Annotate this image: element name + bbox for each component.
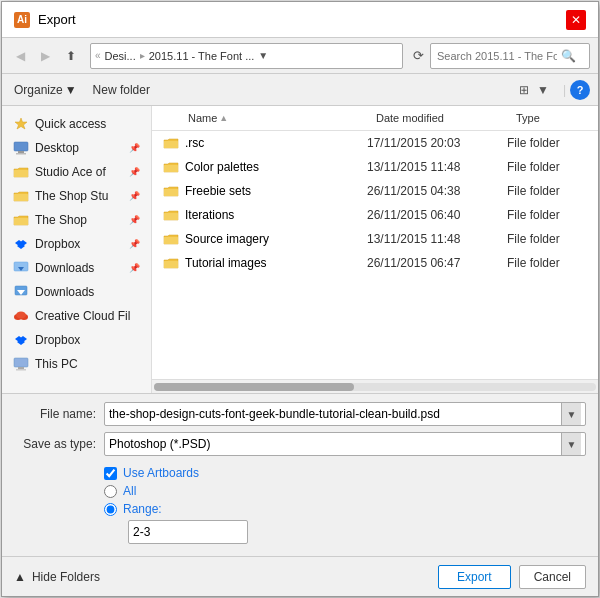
- horizontal-scrollbar[interactable]: [152, 379, 598, 393]
- file-row-tutorial-images[interactable]: Tutorial images 26/11/2015 06:47 File fo…: [152, 251, 598, 275]
- file-type-freebie-sets: File folder: [507, 184, 597, 198]
- file-name-tutorial-images: Tutorial images: [181, 256, 367, 270]
- svg-rect-6: [14, 218, 28, 225]
- sidebar: Quick access Desktop 📌: [2, 106, 152, 393]
- h-scroll-thumb[interactable]: [154, 383, 354, 391]
- sidebar-item-downloads[interactable]: Downloads: [2, 280, 151, 304]
- svg-rect-22: [16, 369, 26, 371]
- col-header-date[interactable]: Date modified: [368, 110, 508, 126]
- export-dialog: Ai Export ✕ ◀ ▶ ⬆ « Desi... ▸ 2015.11 - …: [1, 1, 599, 597]
- pin-icon-shop: 📌: [129, 215, 140, 225]
- svg-rect-25: [164, 189, 178, 196]
- organize-button[interactable]: Organize ▼: [10, 81, 81, 99]
- footer-buttons: Export Cancel: [438, 565, 586, 589]
- file-date-source-imagery: 13/11/2015 11:48: [367, 232, 507, 246]
- view-dropdown-button[interactable]: ▼: [535, 81, 551, 99]
- options-section: Use Artboards All Range:: [14, 462, 586, 548]
- sidebar-item-studio[interactable]: Studio Ace of 📌: [2, 160, 151, 184]
- svg-rect-21: [18, 367, 24, 369]
- file-row-freebie-sets[interactable]: Freebie sets 26/11/2015 04:38 File folde…: [152, 179, 598, 203]
- file-type-iterations: File folder: [507, 208, 597, 222]
- col-header-name[interactable]: Name ▲: [180, 110, 368, 126]
- back-button[interactable]: ◀: [10, 45, 31, 67]
- file-type-tutorial-images: File folder: [507, 256, 597, 270]
- address-icon: «: [95, 50, 101, 61]
- address-dropdown-button[interactable]: ▼: [258, 50, 268, 61]
- svg-rect-24: [164, 165, 178, 172]
- h-scroll-track: [154, 383, 596, 391]
- sidebar-item-desktop[interactable]: Desktop 📌: [2, 136, 151, 160]
- file-name-dropdown-button[interactable]: ▼: [561, 403, 581, 425]
- file-type-rsc: File folder: [507, 136, 597, 150]
- footer: ▲ Hide Folders Export Cancel: [2, 556, 598, 596]
- file-row-source-imagery[interactable]: Source imagery 13/11/2015 11:48 File fol…: [152, 227, 598, 251]
- hide-folders-button[interactable]: ▲ Hide Folders: [14, 570, 100, 584]
- sidebar-item-dropbox2[interactable]: Dropbox: [2, 328, 151, 352]
- title-bar: Ai Export ✕: [2, 2, 598, 38]
- svg-point-16: [16, 312, 26, 319]
- hide-folders-icon: ▲: [14, 570, 26, 584]
- file-date-rsc: 17/11/2015 20:03: [367, 136, 507, 150]
- svg-rect-1: [14, 142, 28, 151]
- address-bar[interactable]: « Desi... ▸ 2015.11 - The Font ... ▼: [90, 43, 403, 69]
- file-name-source-imagery: Source imagery: [181, 232, 367, 246]
- folder-icon-freebie: [161, 183, 181, 199]
- sidebar-item-shop[interactable]: The Shop 📌: [2, 208, 151, 232]
- pc-icon: [13, 356, 29, 372]
- bottom-section: File name: ▼ Save as type: ▼ Use Artboar…: [2, 393, 598, 556]
- cancel-button[interactable]: Cancel: [519, 565, 586, 589]
- col-type-label: Type: [516, 112, 540, 124]
- up-button[interactable]: ⬆: [60, 45, 82, 67]
- save-type-label: Save as type:: [14, 437, 104, 451]
- new-folder-button[interactable]: New folder: [89, 81, 154, 99]
- folder-shop-icon: [13, 212, 29, 228]
- sidebar-item-downloads-pin[interactable]: Downloads 📌: [2, 256, 151, 280]
- hide-folders-label: Hide Folders: [32, 570, 100, 584]
- svg-rect-23: [164, 141, 178, 148]
- range-value-input[interactable]: [133, 525, 283, 539]
- downloads-icon: [13, 260, 29, 276]
- range-radio[interactable]: [104, 503, 117, 516]
- save-type-dropdown-button[interactable]: ▼: [561, 433, 581, 455]
- svg-rect-20: [14, 358, 28, 367]
- save-type-input[interactable]: [109, 437, 561, 451]
- help-button[interactable]: ?: [570, 80, 590, 100]
- address-sep: ▸: [140, 50, 145, 61]
- sidebar-item-shop-stu[interactable]: The Shop Stu 📌: [2, 184, 151, 208]
- folder-icon-source: [161, 231, 181, 247]
- file-name-input[interactable]: [109, 407, 561, 421]
- use-artboards-checkbox[interactable]: [104, 467, 117, 480]
- file-row-iterations[interactable]: Iterations 26/11/2015 06:40 File folder: [152, 203, 598, 227]
- col-header-type[interactable]: Type: [508, 110, 598, 126]
- file-name-rsc: .rsc: [181, 136, 367, 150]
- sidebar-creative-cloud-label: Creative Cloud Fil: [35, 309, 140, 323]
- range-radio-label[interactable]: Range:: [123, 502, 162, 516]
- svg-rect-5: [14, 194, 28, 201]
- address-crumb-font: 2015.11 - The Font ...: [149, 50, 255, 62]
- sidebar-shop-stu-label: The Shop Stu: [35, 189, 123, 203]
- organize-label: Organize: [14, 83, 63, 97]
- creative-cloud-icon: [13, 308, 29, 324]
- use-artboards-label[interactable]: Use Artboards: [123, 466, 199, 480]
- close-button[interactable]: ✕: [566, 10, 586, 30]
- all-radio[interactable]: [104, 485, 117, 498]
- help-label: ?: [577, 84, 584, 96]
- sidebar-item-this-pc[interactable]: This PC: [2, 352, 151, 376]
- app-icon: Ai: [14, 12, 30, 28]
- file-date-freebie-sets: 26/11/2015 04:38: [367, 184, 507, 198]
- refresh-button[interactable]: ⟳: [411, 46, 426, 65]
- file-row-rsc[interactable]: .rsc 17/11/2015 20:03 File folder: [152, 131, 598, 155]
- sidebar-item-creative-cloud[interactable]: Creative Cloud Fil: [2, 304, 151, 328]
- file-date-iterations: 26/11/2015 06:40: [367, 208, 507, 222]
- file-row-color-palettes[interactable]: Color palettes 13/11/2015 11:48 File fol…: [152, 155, 598, 179]
- sidebar-item-quick-access[interactable]: Quick access: [2, 112, 151, 136]
- svg-marker-0: [15, 118, 27, 129]
- svg-rect-4: [14, 170, 28, 177]
- search-input[interactable]: [437, 50, 557, 62]
- view-icon-button[interactable]: ⊞: [517, 81, 531, 99]
- save-type-input-wrap: ▼: [104, 432, 586, 456]
- export-button[interactable]: Export: [438, 565, 511, 589]
- sidebar-item-dropbox[interactable]: Dropbox 📌: [2, 232, 151, 256]
- all-radio-label[interactable]: All: [123, 484, 136, 498]
- forward-button[interactable]: ▶: [35, 45, 56, 67]
